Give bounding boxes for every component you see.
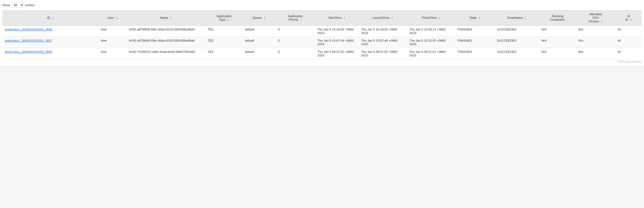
- sort-icon-final-status: ▲▼: [524, 16, 526, 20]
- cell-finish-time: Thu Jan 5 09:21:01 +0800 2023: [407, 48, 455, 59]
- cell-finish-time: Thu Jan 5 15:15:52 +0800 2023: [407, 37, 455, 48]
- cell-user: hive: [98, 37, 126, 48]
- col-header-id[interactable]: ID ▲▼: [2, 10, 98, 26]
- cell-state: FINISHED: [455, 26, 495, 37]
- cell-queue: default: [242, 48, 276, 59]
- sort-icon-name: ▲▼: [170, 16, 172, 20]
- cell-queue: default: [242, 37, 276, 48]
- table-header-row: ID ▲▼ User ▲▼ Name ▲▼: [2, 10, 642, 26]
- col-header-final-status[interactable]: FinalStatus ▲▼: [494, 10, 539, 26]
- sort-icon-launch-time: ▲▼: [391, 16, 393, 20]
- cell-name: HIVE-7e299312-cb63-44ad-bed0-0dfa5706cd8…: [126, 48, 206, 59]
- cell-app-type: TEZ: [206, 37, 242, 48]
- table-row: application_1669628329355_0857hiveHIVE-a…: [2, 37, 642, 48]
- cell-running-containers: N/A: [539, 37, 576, 48]
- sort-icon-user: ▲▼: [116, 16, 118, 20]
- cell-final-status: SUCCEEDED: [494, 26, 539, 37]
- cell-final-status: SUCCEEDED: [494, 48, 539, 59]
- cell-app-priority: 0: [276, 37, 315, 48]
- col-header-running-containers: RunningContainers: [539, 10, 576, 26]
- cell-name: HIVE-a979f6d5-f98c-4b6a-8233-0564398a46d…: [126, 26, 206, 37]
- sort-icon-finish-time: ▲▼: [438, 16, 440, 20]
- col-header-alloc-m[interactable]: AlM ▲▼: [615, 10, 642, 26]
- sort-icon-state: ▲▼: [478, 16, 480, 20]
- col-header-queue[interactable]: Queue ▲▼: [242, 10, 276, 26]
- cell-state: FINISHED: [455, 48, 495, 59]
- cell-app-type: TEZ: [206, 48, 242, 59]
- cell-id[interactable]: application_1669628329355_0857: [2, 37, 98, 48]
- cell-user: hive: [98, 26, 126, 37]
- cell-app-priority: 0: [276, 26, 315, 37]
- sort-icon-queue: ▲▼: [264, 16, 266, 20]
- cell-alloc-m: N/: [615, 48, 642, 59]
- cell-app-type: TEZ: [206, 26, 242, 37]
- col-header-name[interactable]: Name ▲▼: [126, 10, 206, 26]
- sort-icon-app-type: ▲▼: [227, 18, 229, 22]
- watermark: CSDN @houzhizhen: [2, 59, 642, 63]
- cell-launch-time: Thu Jan 5 08:51:52 +0800 2023: [359, 48, 407, 59]
- sort-icon-alloc-m: ▲▼: [630, 18, 632, 22]
- sort-icon-start-time: ▲▼: [344, 16, 346, 20]
- col-header-start-time[interactable]: StartTime ▲▼: [315, 10, 359, 26]
- cell-queue: default: [242, 26, 276, 37]
- col-header-user[interactable]: User ▲▼: [98, 10, 126, 26]
- sort-icon-allocated-cpu: ▲▼: [601, 20, 602, 24]
- col-header-app-type[interactable]: ApplicationType ▲▼: [206, 10, 242, 26]
- entries-select[interactable]: 20 10 50 100: [12, 2, 24, 8]
- col-header-launch-time[interactable]: LaunchTime ▲▼: [359, 10, 407, 26]
- show-label: Show: [2, 3, 10, 7]
- cell-allocated-cpu: N/A: [576, 48, 616, 59]
- cell-id[interactable]: application_1669628329355_0856: [2, 48, 98, 59]
- cell-start-time: Thu Jan 5 15:29:05 +0800 2023: [315, 26, 359, 37]
- cell-state: FINISHED: [455, 37, 495, 48]
- show-entries-control: Show 20 10 50 100 entries: [2, 2, 642, 8]
- cell-app-priority: 0: [276, 48, 315, 59]
- applications-table: ID ▲▼ User ▲▼ Name ▲▼: [2, 10, 642, 59]
- cell-allocated-cpu: N/A: [576, 37, 616, 48]
- col-header-finish-time[interactable]: FinishTime ▲▼: [407, 10, 455, 26]
- cell-start-time: Thu Jan 5 15:07:44 +0800 2023: [315, 37, 359, 48]
- cell-id[interactable]: application_1669628329355_0858: [2, 26, 98, 37]
- col-header-allocated-cpu[interactable]: AllocatedCPUVCores ▲▼: [576, 10, 616, 26]
- cell-user: hive: [98, 48, 126, 59]
- cell-start-time: Thu Jan 5 08:51:52 +0800 2023: [315, 48, 359, 59]
- table-row: application_1669628329355_0858hiveHIVE-a…: [2, 26, 642, 37]
- entries-label: entries: [26, 3, 35, 7]
- sort-icon-id: ▲▼: [52, 16, 54, 20]
- cell-name: HIVE-a979f6d5-f98c-4b6a-8233-0564398a46d…: [126, 37, 206, 48]
- cell-alloc-m: N/: [615, 37, 642, 48]
- cell-allocated-cpu: N/A: [576, 26, 616, 37]
- cell-finish-time: Thu Jan 5 15:59:13 +0800 2023: [407, 26, 455, 37]
- col-header-app-priority[interactable]: ApplicationPriority ▲▼: [276, 10, 315, 26]
- page-wrapper: Show 20 10 50 100 entries ID ▲▼ Us: [0, 0, 644, 66]
- col-header-state[interactable]: State ▲▼: [455, 10, 495, 26]
- cell-running-containers: N/A: [539, 26, 576, 37]
- sort-icon-app-priority: ▲▼: [300, 18, 302, 22]
- cell-running-containers: N/A: [539, 48, 576, 59]
- cell-alloc-m: N/: [615, 26, 642, 37]
- cell-launch-time: Thu Jan 5 15:29:05 +0800 2023: [359, 26, 407, 37]
- table-row: application_1669628329355_0856hiveHIVE-7…: [2, 48, 642, 59]
- cell-final-status: SUCCEEDED: [494, 37, 539, 48]
- table-container: ID ▲▼ User ▲▼ Name ▲▼: [2, 10, 642, 59]
- cell-launch-time: Thu Jan 5 15:07:44 +0800 2023: [359, 37, 407, 48]
